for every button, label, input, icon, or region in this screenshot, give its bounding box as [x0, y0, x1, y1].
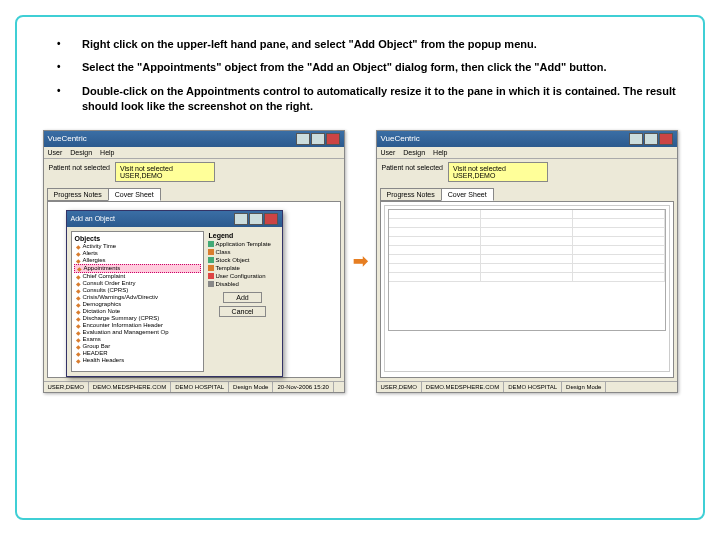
- class-icon: ◆: [76, 357, 81, 364]
- right-statusbar: USER,DEMO DEMO.MEDSPHERE.COM DEMO HOSPIT…: [377, 381, 677, 392]
- legend-item: Stock Object: [208, 256, 278, 264]
- status-cell: DEMO HOSPITAL: [504, 382, 562, 392]
- legend-item: Template: [208, 264, 278, 272]
- close-icon[interactable]: [659, 133, 673, 145]
- tab-progress-notes[interactable]: Progress Notes: [380, 188, 442, 201]
- menu-user[interactable]: User: [381, 149, 396, 156]
- status-cell: 20-Nov-2006 15:20: [273, 382, 333, 392]
- dialog-body: Objects ◆Activity Time ◆Alerts ◆Allergie…: [67, 227, 282, 376]
- status-cell: USER,DEMO: [377, 382, 422, 392]
- visit-line2: USER,DEMO: [120, 172, 210, 179]
- left-menubar: User Design Help: [44, 147, 344, 159]
- class-icon: ◆: [76, 350, 81, 357]
- patient-label: Patient not selected: [47, 162, 113, 182]
- dialog-buttons: Add Cancel: [208, 288, 278, 321]
- left-window-controls: [296, 133, 340, 145]
- tab-cover-sheet[interactable]: Cover Sheet: [441, 188, 494, 201]
- tree-item[interactable]: ◆Allergies: [74, 257, 201, 264]
- visit-line2: USER,DEMO: [453, 172, 543, 179]
- appointments-pane[interactable]: [384, 205, 670, 372]
- add-button[interactable]: Add: [223, 292, 261, 303]
- menu-help[interactable]: Help: [433, 149, 447, 156]
- legend-template-icon: [208, 265, 214, 271]
- appointments-grid: [388, 209, 666, 331]
- maximize-icon[interactable]: [644, 133, 658, 145]
- tree-item[interactable]: ◆HEADER: [74, 350, 201, 357]
- left-tabs: Progress Notes Cover Sheet: [44, 185, 344, 201]
- menu-design[interactable]: Design: [70, 149, 92, 156]
- maximize-icon[interactable]: [311, 133, 325, 145]
- class-icon: ◆: [76, 322, 81, 329]
- menu-user[interactable]: User: [48, 149, 63, 156]
- instruction-item-2: Select the "Appointments" object from th…: [57, 60, 683, 75]
- right-titlebar: VueCentric: [377, 131, 677, 147]
- dialog-close-icon[interactable]: [264, 213, 278, 225]
- visit-line1: Visit not selected: [453, 165, 543, 172]
- right-app-window: VueCentric User Design Help Patient not …: [376, 130, 678, 393]
- dialog-maximize-icon[interactable]: [249, 213, 263, 225]
- tab-progress-notes[interactable]: Progress Notes: [47, 188, 109, 201]
- right-tabs: Progress Notes Cover Sheet: [377, 185, 677, 201]
- instruction-item-1: Right click on the upper-left hand pane,…: [57, 37, 683, 52]
- tree-item[interactable]: ◆Group Bar: [74, 343, 201, 350]
- tab-cover-sheet[interactable]: Cover Sheet: [108, 188, 161, 201]
- class-icon: ◆: [76, 315, 81, 322]
- tree-item[interactable]: ◆Consult Order Entry: [74, 280, 201, 287]
- class-icon: ◆: [76, 301, 81, 308]
- legend-class-icon: [208, 249, 214, 255]
- status-cell: Design Mode: [562, 382, 606, 392]
- left-title-text: VueCentric: [48, 134, 87, 143]
- legend-user-config-icon: [208, 273, 214, 279]
- class-icon: ◆: [76, 287, 81, 294]
- menu-help[interactable]: Help: [100, 149, 114, 156]
- dialog-window-controls: [234, 213, 278, 225]
- status-cell: DEMO.MEDSPHERE.COM: [89, 382, 171, 392]
- visit-line1: Visit not selected: [120, 165, 210, 172]
- tree-item[interactable]: ◆Discharge Summary (CPRS): [74, 315, 201, 322]
- class-icon: ◆: [76, 243, 81, 250]
- class-icon: ◆: [76, 280, 81, 287]
- status-cell: Design Mode: [229, 382, 273, 392]
- legend-item: Application Template: [208, 240, 278, 248]
- class-icon: ◆: [77, 265, 82, 272]
- right-content-area: [380, 201, 674, 378]
- instruction-list: Right click on the upper-left hand pane,…: [37, 37, 683, 115]
- objects-title: Objects: [74, 234, 201, 243]
- objects-panel: Objects ◆Activity Time ◆Alerts ◆Allergie…: [71, 231, 204, 372]
- tree-item[interactable]: ◆Encounter Information Header: [74, 322, 201, 329]
- dialog-minimize-icon[interactable]: [234, 213, 248, 225]
- legend-stock-icon: [208, 257, 214, 263]
- cancel-button[interactable]: Cancel: [219, 306, 267, 317]
- tree-item[interactable]: ◆Activity Time: [74, 243, 201, 250]
- visit-info-box: Visit not selected USER,DEMO: [115, 162, 215, 182]
- tree-item[interactable]: ◆Consults (CPRS): [74, 287, 201, 294]
- minimize-icon[interactable]: [629, 133, 643, 145]
- legend-app-template-icon: [208, 241, 214, 247]
- dialog-titlebar: Add an Object: [67, 211, 282, 227]
- legend-item: User Configuration: [208, 272, 278, 280]
- class-icon: ◆: [76, 336, 81, 343]
- tree-item[interactable]: ◆Health Headers: [74, 357, 201, 364]
- tree-item[interactable]: ◆Alerts: [74, 250, 201, 257]
- legend-title: Legend: [208, 231, 278, 240]
- patient-label: Patient not selected: [380, 162, 446, 182]
- right-window-controls: [629, 133, 673, 145]
- minimize-icon[interactable]: [296, 133, 310, 145]
- class-icon: ◆: [76, 294, 81, 301]
- instruction-item-3: Double-click on the Appointments control…: [57, 84, 683, 115]
- tree-item-appointments[interactable]: ◆Appointments: [74, 264, 201, 273]
- visit-info-box: Visit not selected USER,DEMO: [448, 162, 548, 182]
- tree-item[interactable]: ◆Exams: [74, 336, 201, 343]
- class-icon: ◆: [76, 308, 81, 315]
- tree-item[interactable]: ◆Demographics: [74, 301, 201, 308]
- legend-disabled-icon: [208, 281, 214, 287]
- tree-item[interactable]: ◆Evaluation and Management Op: [74, 329, 201, 336]
- left-titlebar: VueCentric: [44, 131, 344, 147]
- tree-item[interactable]: ◆Chief Complaint: [74, 273, 201, 280]
- tree-item[interactable]: ◆Crisis/Warnings/Adv/Directiv: [74, 294, 201, 301]
- close-icon[interactable]: [326, 133, 340, 145]
- right-info-row: Patient not selected Visit not selected …: [377, 159, 677, 185]
- menu-design[interactable]: Design: [403, 149, 425, 156]
- left-info-row: Patient not selected Visit not selected …: [44, 159, 344, 185]
- tree-item[interactable]: ◆Dictation Note: [74, 308, 201, 315]
